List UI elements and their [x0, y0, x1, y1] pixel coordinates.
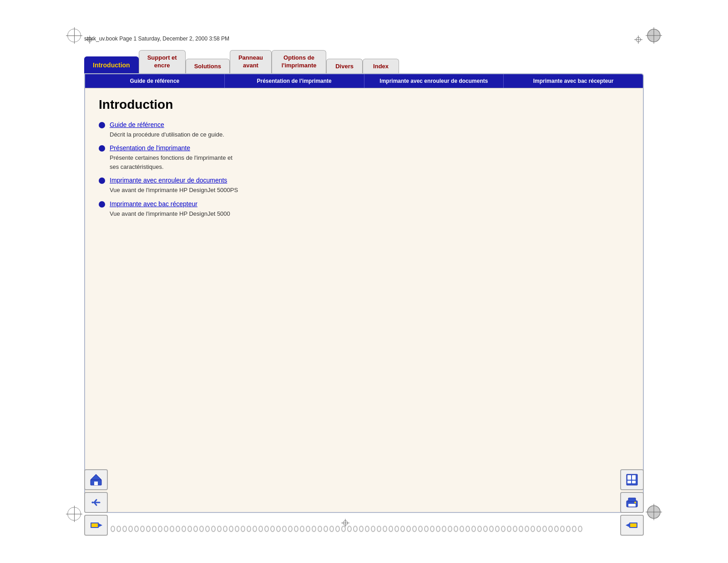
- svg-rect-34: [628, 504, 636, 507]
- bullet-icon: [99, 178, 105, 184]
- crosshair-mark-top-right: [634, 36, 642, 46]
- svg-rect-31: [632, 481, 636, 483]
- file-header: stork_uv.book Page 1 Saturday, December …: [84, 36, 229, 42]
- subnav-bac[interactable]: Imprimante avec bac récepteur: [504, 74, 643, 88]
- tab-support[interactable]: Support etencre: [139, 50, 186, 73]
- back-button[interactable]: [84, 492, 108, 513]
- tab-options[interactable]: Options del'imprimante: [272, 50, 326, 73]
- corner-mark-tl: [66, 27, 82, 44]
- page-title: Introduction: [99, 97, 629, 112]
- home-button[interactable]: [84, 469, 108, 490]
- svg-rect-33: [628, 498, 636, 502]
- tabs-container: Introduction Support etencre Solutions P…: [84, 50, 644, 73]
- tab-introduction[interactable]: Introduction: [84, 56, 139, 73]
- svg-rect-28: [627, 475, 631, 480]
- svg-rect-30: [627, 481, 631, 483]
- tab-index[interactable]: Index: [363, 59, 399, 73]
- link-guide[interactable]: Guide de référence: [110, 121, 164, 128]
- corner-mark-bl: [66, 506, 82, 522]
- link-presentation[interactable]: Présentation de l'imprimante: [110, 144, 190, 152]
- bookmarks-button[interactable]: [620, 469, 644, 490]
- desc-presentation: Présente certaines fonctions de l'imprim…: [110, 153, 629, 171]
- content-frame: Guide de référence Présentation de l'imp…: [84, 73, 644, 513]
- svg-marker-22: [91, 474, 101, 480]
- bottom-toolbar: for(let i=0;i<80;i++) document.write('<d…: [84, 469, 644, 536]
- print-button[interactable]: [620, 492, 644, 513]
- forward-right-button[interactable]: [620, 515, 644, 536]
- bullet-icon: [99, 145, 105, 152]
- subnav-presentation[interactable]: Présentation de l'imprimante: [225, 74, 364, 88]
- subnav-bar: Guide de référence Présentation de l'imp…: [85, 74, 643, 88]
- svg-marker-37: [626, 523, 629, 527]
- desc-enrouleur: Vue avant de l'imprimante HP DesignJet 5…: [110, 186, 629, 195]
- corner-mark-br: [646, 504, 662, 522]
- content-body: Introduction Guide de référence Décrit l…: [85, 88, 643, 512]
- svg-point-35: [634, 502, 636, 503]
- subnav-enrouleur[interactable]: Imprimante avec enrouleur de documents: [364, 74, 504, 88]
- bullet-icon: [99, 122, 105, 128]
- main-wrapper: Introduction Support etencre Solutions P…: [84, 50, 644, 513]
- list-item: Présentation de l'imprimante Présente ce…: [99, 144, 629, 171]
- list-item: Imprimante avec bac récepteur Vue avant …: [99, 200, 629, 218]
- svg-rect-23: [94, 482, 98, 485]
- list-item: Guide de référence Décrit la procédure d…: [99, 121, 629, 139]
- desc-guide: Décrit la procédure d'utilisation de ce …: [110, 130, 629, 139]
- bullet-icon: [99, 201, 105, 208]
- left-buttons: [84, 469, 108, 536]
- spiral-binding: for(let i=0;i<80;i++) document.write('<d…: [111, 522, 617, 536]
- svg-marker-25: [99, 523, 102, 527]
- tab-solutions[interactable]: Solutions: [186, 59, 230, 73]
- link-bac[interactable]: Imprimante avec bac récepteur: [110, 200, 197, 208]
- svg-rect-26: [91, 523, 98, 527]
- corner-mark-tr: [646, 27, 662, 46]
- svg-rect-29: [632, 475, 636, 480]
- content-list: Guide de référence Décrit la procédure d…: [99, 121, 629, 218]
- link-enrouleur[interactable]: Imprimante avec enrouleur de documents: [110, 177, 227, 184]
- tab-divers[interactable]: Divers: [326, 59, 363, 73]
- subnav-guide[interactable]: Guide de référence: [85, 74, 225, 88]
- tab-panneau[interactable]: Panneauavant: [230, 50, 272, 73]
- forward-left-button[interactable]: [84, 515, 108, 536]
- svg-rect-38: [630, 523, 637, 527]
- desc-bac: Vue avant de l'imprimante HP DesignJet 5…: [110, 209, 629, 218]
- list-item: Imprimante avec enrouleur de documents V…: [99, 177, 629, 195]
- right-buttons: [620, 469, 644, 536]
